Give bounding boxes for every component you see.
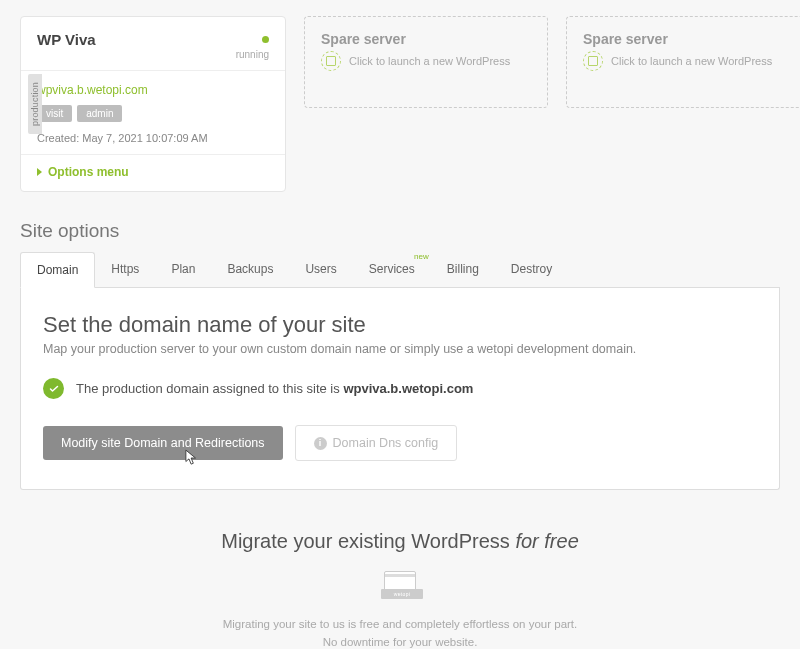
- status-text: running: [236, 49, 269, 60]
- tab-https[interactable]: Https: [95, 252, 155, 287]
- dns-config-button[interactable]: i Domain Dns config: [295, 425, 458, 461]
- spare-title: Spare server: [583, 31, 793, 47]
- admin-button[interactable]: admin: [77, 105, 122, 122]
- tab-plan[interactable]: Plan: [155, 252, 211, 287]
- launch-icon: [321, 51, 341, 71]
- options-menu-button[interactable]: Options menu: [37, 165, 269, 179]
- tab-destroy[interactable]: Destroy: [495, 252, 568, 287]
- spare-server-1[interactable]: Spare server Click to launch a new WordP…: [304, 16, 548, 108]
- status-indicator: running: [236, 31, 269, 60]
- chevron-right-icon: [37, 168, 42, 176]
- migrate-heading-b: for free: [515, 530, 578, 552]
- tab-backups[interactable]: Backups: [211, 252, 289, 287]
- panel-heading: Set the domain name of your site: [43, 312, 757, 338]
- spare-text: Click to launch a new WordPress: [349, 55, 510, 67]
- tab-services[interactable]: Services new: [353, 252, 431, 287]
- spare-server-2[interactable]: Spare server Click to launch a new WordP…: [566, 16, 800, 108]
- tab-billing[interactable]: Billing: [431, 252, 495, 287]
- status-dot-icon: [262, 36, 269, 43]
- tab-services-label: Services: [369, 262, 415, 276]
- migrate-line1: Migrating your site to us is free and co…: [20, 615, 780, 633]
- modify-domain-button[interactable]: Modify site Domain and Redirections: [43, 426, 283, 460]
- tabs: Domain Https Plan Backups Users Services…: [20, 252, 780, 288]
- tab-users[interactable]: Users: [289, 252, 352, 287]
- check-icon: [43, 378, 64, 399]
- site-title: WP Viva: [37, 31, 96, 48]
- options-menu-label: Options menu: [48, 165, 129, 179]
- dns-config-label: Domain Dns config: [333, 436, 439, 450]
- spare-text: Click to launch a new WordPress: [611, 55, 772, 67]
- check-prefix: The production domain assigned to this s…: [76, 381, 343, 396]
- migrate-heading: Migrate your existing WordPress for free: [20, 530, 780, 553]
- check-domain: wpviva.b.wetopi.com: [343, 381, 473, 396]
- domain-panel: Set the domain name of your site Map you…: [20, 288, 780, 490]
- production-badge: production: [28, 74, 42, 134]
- assigned-domain-text: The production domain assigned to this s…: [76, 381, 473, 396]
- migrate-heading-a: Migrate your existing WordPress: [221, 530, 515, 552]
- info-icon: i: [314, 437, 327, 450]
- site-card: production WP Viva running wpviva.b.weto…: [20, 16, 286, 192]
- visit-button[interactable]: visit: [37, 105, 72, 122]
- migrate-line2: No downtime for your website.: [20, 633, 780, 649]
- panel-subtitle: Map your production server to your own c…: [43, 342, 757, 356]
- tab-domain[interactable]: Domain: [20, 252, 95, 288]
- new-badge: new: [414, 252, 429, 261]
- launch-icon: [583, 51, 603, 71]
- migrate-section: Migrate your existing WordPress for free…: [0, 490, 800, 649]
- created-label: Created: May 7, 2021 10:07:09 AM: [37, 132, 269, 144]
- site-domain-link[interactable]: wpviva.b.wetopi.com: [37, 83, 269, 97]
- section-title: Site options: [0, 192, 800, 252]
- computer-icon: [381, 571, 419, 601]
- spare-title: Spare server: [321, 31, 531, 47]
